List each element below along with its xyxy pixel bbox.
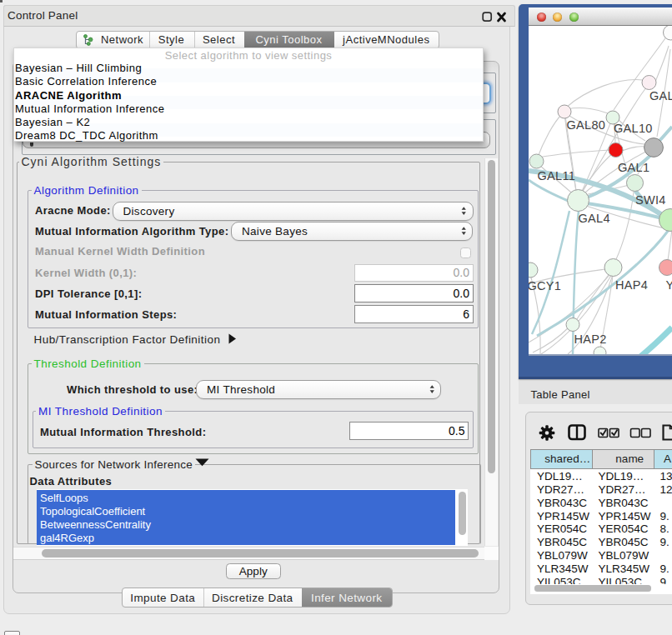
svg-text:GAL10: GAL10 [614, 122, 653, 135]
svg-text:Y: Y [666, 278, 672, 292]
svg-text:GAL4: GAL4 [579, 212, 610, 225]
svg-text:HAP2: HAP2 [574, 332, 607, 346]
svg-text:GAL2: GAL2 [649, 89, 672, 102]
svg-text:GCY1: GCY1 [529, 279, 561, 292]
svg-text:SWI4: SWI4 [635, 193, 666, 207]
svg-text:GAL11: GAL11 [538, 169, 576, 182]
svg-text:GAL80: GAL80 [567, 118, 606, 132]
svg-text:GAL1: GAL1 [618, 161, 649, 174]
svg-text:HAP4: HAP4 [615, 278, 648, 292]
